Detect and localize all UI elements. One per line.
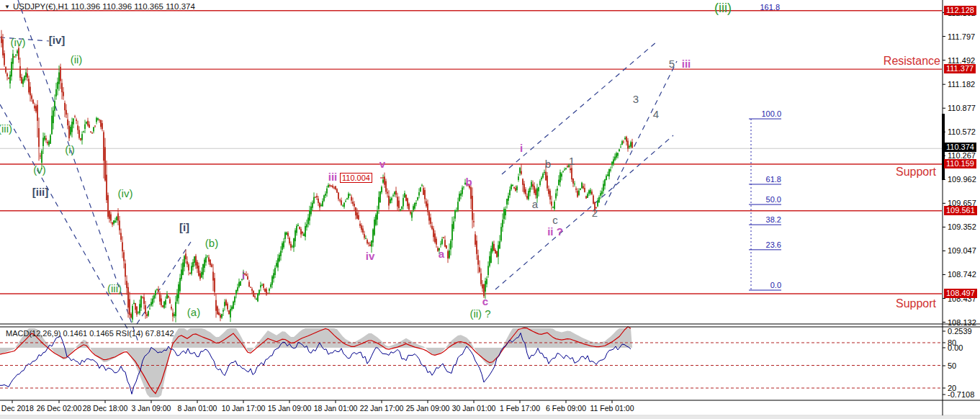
price-callout-110004[interactable]: 110.004 xyxy=(340,173,372,183)
indicator-tick-label: 0.2539 xyxy=(948,327,972,335)
wave-label[interactable]: (iv) xyxy=(11,36,26,48)
indicator-label: MACD(12,26,9) 0.1461 0.1465 RSI(14) 67.8… xyxy=(6,329,174,338)
time-axis-label: 6 Feb 09:00 xyxy=(546,404,586,413)
price-badge-red: 110.159 xyxy=(944,159,976,168)
wave-label[interactable]: a xyxy=(439,248,444,260)
wave-label[interactable]: i xyxy=(242,269,245,281)
price-badge-red: 109.561 xyxy=(944,206,977,215)
sr-label[interactable]: Resistance xyxy=(796,55,940,68)
wave-label[interactable]: ii ? xyxy=(547,225,563,238)
price-tick-label: 110.877 xyxy=(948,104,976,112)
fib-level-label: 50.0 xyxy=(766,195,781,204)
wave-label[interactable]: 2 xyxy=(592,207,598,219)
time-axis-label: 22 Jan 17:00 xyxy=(360,404,404,413)
wave-label[interactable]: [i] xyxy=(179,221,189,233)
price-tick-label: 110.572 xyxy=(948,127,976,136)
wave-label[interactable]: 5 xyxy=(669,58,675,70)
fib-level-label: 0.0 xyxy=(770,281,781,289)
wave-label[interactable]: c xyxy=(552,214,558,226)
wave-label[interactable]: (ii) xyxy=(71,53,83,66)
indicator-tick-label: 0.00 xyxy=(948,343,963,352)
price-tick-label: 109.047 xyxy=(948,246,976,255)
wave-label[interactable]: (iv) xyxy=(118,187,133,199)
wave-label[interactable]: v xyxy=(379,158,385,170)
time-axis-label: 28 Dec 18:00 xyxy=(83,404,127,413)
bottom-strip xyxy=(0,416,980,419)
wave-label[interactable]: (v) xyxy=(33,163,46,176)
fib-level-label: 100.0 xyxy=(761,109,781,118)
price-badge-red: 111.377 xyxy=(944,64,976,73)
collapse-triangle-icon[interactable]: ▼ xyxy=(4,4,10,10)
wave-label[interactable]: b xyxy=(545,158,551,170)
time-axis-label: 18 Jan 01:00 xyxy=(314,404,358,413)
time-axis-label: 1 Feb 17:00 xyxy=(500,404,540,413)
price-tick-label: 111.797 xyxy=(948,32,975,41)
time-axis-label: 30 Jan 01:00 xyxy=(452,404,496,413)
time-axis-label: 11 Feb 01:00 xyxy=(590,404,634,413)
indicator-tick-label: -0.7108 xyxy=(948,390,974,399)
wave-label[interactable]: a xyxy=(532,198,538,210)
macd-area xyxy=(0,328,632,397)
price-badge-red: 112.128 xyxy=(944,6,976,15)
time-axis-label: 8 Jan 01:00 xyxy=(178,404,217,413)
time-axis-label: 10 Jan 17:00 xyxy=(222,404,266,413)
fib-level-label: 61.8 xyxy=(766,175,781,184)
wave-label[interactable]: (b) xyxy=(205,237,218,249)
wave-label[interactable]: 1 xyxy=(569,155,575,167)
wave-label[interactable]: [iv] xyxy=(49,34,66,46)
time-axis-label: 3 Jan 09:00 xyxy=(132,404,171,413)
time-axis-label: 20 Dec 2018 xyxy=(0,404,34,413)
wave-label[interactable]: (ii) ? xyxy=(469,307,490,320)
wave-label[interactable]: (i) xyxy=(65,143,74,156)
trendline[interactable] xyxy=(495,135,673,289)
price-tick-label: 109.352 xyxy=(948,222,976,231)
wave-label[interactable]: 4 xyxy=(653,108,659,120)
fib-level-label: 23.6 xyxy=(766,240,781,249)
wave-label[interactable]: iv xyxy=(366,250,375,262)
wave-label[interactable]: [iii] xyxy=(32,186,49,198)
price-tick-label: 108.742 xyxy=(948,270,976,279)
sr-label[interactable]: Support xyxy=(792,166,936,179)
fib-level-label: 38.2 xyxy=(766,215,781,224)
price-badge-red: 108.497 xyxy=(944,289,977,298)
wave-label[interactable]: i xyxy=(520,142,523,154)
price-tick-label: 109.962 xyxy=(948,175,976,184)
trendline[interactable] xyxy=(502,42,657,174)
price-tick-label: 111.492 xyxy=(948,56,975,65)
price-tick-label: 108.132 xyxy=(948,318,976,327)
time-axis-label: 25 Jan 09:00 xyxy=(406,404,450,413)
time-axis-label: 26 Dec 02:00 xyxy=(37,404,81,413)
wave-label[interactable]: (iii) xyxy=(714,1,732,16)
time-axis-label: 15 Jan 09:00 xyxy=(268,404,312,413)
trendline[interactable] xyxy=(605,61,677,205)
indicator-tick-label: 50 xyxy=(948,361,956,370)
symbol-ohlc-text: USDJPY(€),H1 110.396 110.396 110.365 110… xyxy=(13,2,195,11)
wave-label[interactable]: c xyxy=(482,295,488,307)
wave-label[interactable]: iii xyxy=(682,58,691,70)
wave-label[interactable]: (iii) xyxy=(107,282,122,294)
wave-label[interactable]: 3 xyxy=(633,93,639,105)
chart-title[interactable]: ▼USDJPY(€),H1 110.396 110.396 110.365 11… xyxy=(4,2,195,11)
price-badge-black: 110.374 xyxy=(944,143,976,152)
wave-label[interactable]: (iii) xyxy=(0,122,12,135)
mt4-chart-window: ▼USDJPY(€),H1 110.396 110.396 110.365 11… xyxy=(0,0,980,419)
wave-label[interactable]: b xyxy=(465,176,472,188)
fib-ext-label: 161.8 xyxy=(760,3,780,12)
sr-label[interactable]: Support xyxy=(792,297,936,310)
wave-label[interactable]: iii xyxy=(328,171,338,183)
candles-layer xyxy=(1,30,633,323)
wave-label[interactable]: (a) xyxy=(187,306,200,318)
price-tick-label: 111.182 xyxy=(948,80,975,89)
